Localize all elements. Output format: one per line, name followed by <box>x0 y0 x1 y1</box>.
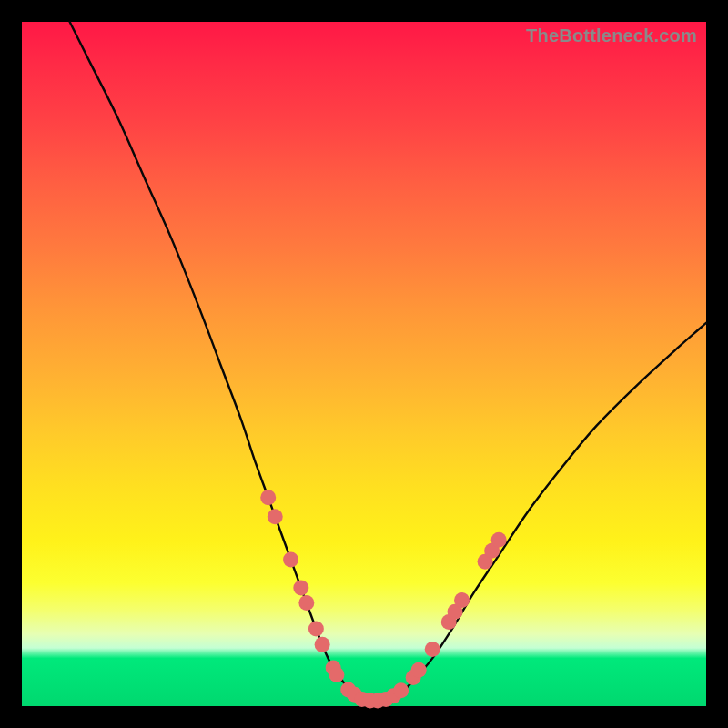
chart-svg <box>22 22 706 706</box>
chart-frame: TheBottleneck.com <box>22 22 706 706</box>
highlight-dot <box>308 622 324 637</box>
highlight-dot <box>268 509 283 524</box>
highlight-dot <box>260 490 276 505</box>
highlight-dot <box>454 592 470 608</box>
highlight-dot <box>315 637 330 652</box>
highlight-dot <box>425 642 440 657</box>
highlight-dot <box>411 662 427 678</box>
highlight-dot <box>283 552 298 568</box>
highlight-dot <box>393 682 409 698</box>
highlight-dot <box>298 595 314 611</box>
highlight-dot <box>491 532 507 548</box>
highlight-dot <box>329 667 344 682</box>
bottleneck-curve <box>70 22 706 702</box>
highlight-dot <box>293 580 308 595</box>
